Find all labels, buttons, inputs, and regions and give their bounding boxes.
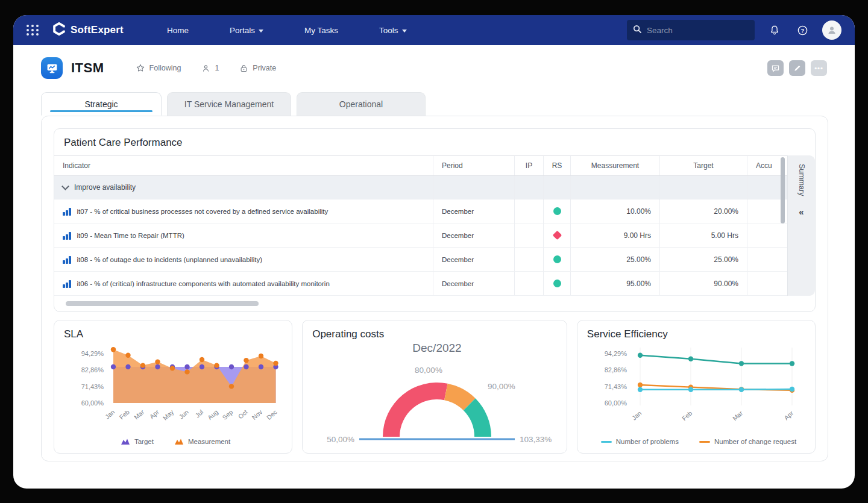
dashboard-tabs: Strategic IT Service Management Operatio… xyxy=(13,84,855,116)
ip-cell xyxy=(515,199,544,223)
indicator-label: it08 - % of outage due to incidents (unp… xyxy=(77,256,263,263)
active-tab-underline xyxy=(50,110,153,112)
col-indicator[interactable]: Indicator xyxy=(54,156,433,175)
nav-item-my-tasks[interactable]: My Tasks xyxy=(304,26,338,35)
tab-operational[interactable]: Operational xyxy=(297,92,426,116)
collapse-panel-icon[interactable]: « xyxy=(799,207,804,217)
chevron-down-icon xyxy=(402,30,407,33)
svg-text:Apr: Apr xyxy=(782,409,795,421)
period-cell: December xyxy=(433,248,515,271)
table-row[interactable]: it08 - % of outage due to incidents (unp… xyxy=(54,248,787,272)
legend-dash-icon xyxy=(699,441,710,443)
table-body: it07 - % of critical business processes … xyxy=(54,199,787,296)
comment-button[interactable] xyxy=(767,60,784,76)
indicator-label: it09 - Mean Time to Repair (MTTR) xyxy=(77,232,184,239)
svg-text:94,29%: 94,29% xyxy=(605,350,627,357)
app-window: SoftExpert Home Portals My Tasks Tools ? xyxy=(13,15,855,489)
itsm-app-icon xyxy=(41,57,63,79)
col-measurement[interactable]: Meassurement xyxy=(571,156,660,175)
svg-text:Mar: Mar xyxy=(731,409,744,422)
summary-panel-label: Summary xyxy=(797,164,806,196)
privacy-status[interactable]: Private xyxy=(239,64,276,73)
status-green-circle-icon xyxy=(553,207,561,215)
table-row[interactable]: it07 - % of critical business processes … xyxy=(54,199,787,223)
search-box[interactable] xyxy=(627,20,755,40)
svg-text:94,29%: 94,29% xyxy=(81,350,104,357)
legend-item: Number of problems xyxy=(601,438,679,445)
svg-text:Jan: Jan xyxy=(104,408,116,420)
svg-text:?: ? xyxy=(800,27,804,33)
period-cell: December xyxy=(433,272,515,295)
legend-item: Measurement xyxy=(174,438,230,445)
accu-cell xyxy=(747,223,787,247)
comment-icon xyxy=(771,64,780,73)
ip-cell xyxy=(515,272,544,295)
svg-text:71,43%: 71,43% xyxy=(81,383,104,390)
logo-gear-icon xyxy=(52,22,66,38)
more-options-button[interactable]: ••• xyxy=(811,60,827,76)
search-input[interactable] xyxy=(647,26,737,35)
service-efficiency-title: Service Efficiency xyxy=(587,328,810,340)
logo-text: SoftExpert xyxy=(71,24,124,36)
table-row[interactable]: it06 - % of (critical) infrastructure co… xyxy=(54,272,787,296)
charts-row: SLA 94,29%82,86%71,43%60,00%JanFebMarApr… xyxy=(54,320,816,454)
chevron-down-icon[interactable] xyxy=(61,183,69,190)
area-glyph-icon xyxy=(121,438,130,445)
group-row-improve-availability[interactable]: Improve availability xyxy=(54,176,787,199)
chevron-down-icon xyxy=(259,30,263,33)
col-ip[interactable]: IP xyxy=(515,156,544,175)
svg-text:Sep: Sep xyxy=(221,408,234,421)
user-avatar[interactable] xyxy=(822,20,841,40)
nav-item-tools[interactable]: Tools xyxy=(379,26,407,35)
sla-chart: 94,29%82,86%71,43%60,00%JanFebMarAprMayJ… xyxy=(64,340,287,439)
indicator-label: it06 - % of (critical) infrastructure co… xyxy=(77,280,330,287)
page-title: ITSM xyxy=(71,60,104,76)
service-efficiency-svg: 94,29%82,86%71,43%60,00%JanFebMarApr xyxy=(587,340,811,437)
svg-text:Jan: Jan xyxy=(631,409,643,421)
svg-text:103,33%: 103,33% xyxy=(520,435,552,444)
svg-text:82,86%: 82,86% xyxy=(605,366,627,373)
svg-text:60,00%: 60,00% xyxy=(81,399,104,407)
summary-side-panel[interactable]: Summary « xyxy=(787,155,815,296)
table-wrap: Indicator Period IP RS Meassurement Targ… xyxy=(54,155,815,296)
table-horizontal-scrollbar[interactable] xyxy=(66,301,259,306)
measurement-cell: 95.00% xyxy=(571,272,660,295)
tab-it-service-management[interactable]: IT Service Management xyxy=(167,92,291,116)
patient-care-performance-card: Patient Care Performance Indicator Perio… xyxy=(54,128,816,312)
softexpert-logo[interactable]: SoftExpert xyxy=(52,22,124,38)
period-cell: December xyxy=(433,199,515,223)
strategic-panel: Patient Care Performance Indicator Perio… xyxy=(41,116,828,461)
search-icon xyxy=(633,25,642,36)
nav-item-portals[interactable]: Portals xyxy=(230,26,263,35)
edit-button[interactable] xyxy=(789,60,805,76)
notifications-bell-icon[interactable] xyxy=(767,22,782,38)
table-row[interactable]: it09 - Mean Time to Repair (MTTR)Decembe… xyxy=(54,223,787,248)
following-toggle[interactable]: Following xyxy=(136,63,181,73)
ellipsis-icon: ••• xyxy=(814,65,823,72)
status-red-diamond-icon xyxy=(552,231,562,240)
svg-text:May: May xyxy=(162,408,175,422)
legend-dash-icon xyxy=(601,441,612,443)
tab-strategic[interactable]: Strategic xyxy=(41,92,162,116)
svg-text:Feb: Feb xyxy=(681,409,694,422)
help-icon[interactable]: ? xyxy=(794,22,810,38)
top-navbar: SoftExpert Home Portals My Tasks Tools ? xyxy=(13,15,855,45)
group-row-label: Improve availability xyxy=(74,183,136,192)
svg-text:50,00%: 50,00% xyxy=(327,435,354,444)
accu-cell xyxy=(747,272,787,295)
col-rs[interactable]: RS xyxy=(544,156,571,175)
area-glyph-icon xyxy=(174,438,184,445)
svg-text:Mar: Mar xyxy=(133,408,146,420)
col-period[interactable]: Period xyxy=(433,156,515,175)
members-count[interactable]: 1 xyxy=(201,64,219,73)
app-grid-icon[interactable] xyxy=(27,25,39,36)
nav-item-home[interactable]: Home xyxy=(167,26,189,35)
rs-status-cell xyxy=(544,223,571,247)
col-target[interactable]: Target xyxy=(660,156,747,175)
svg-text:Nov: Nov xyxy=(250,408,263,421)
header-actions: ••• xyxy=(767,60,827,76)
target-cell: 20.00% xyxy=(660,199,747,223)
measurement-cell: 10.00% xyxy=(571,199,660,223)
table-horizontal-scroll-track xyxy=(64,301,779,306)
table-vertical-scrollbar[interactable] xyxy=(781,157,785,223)
